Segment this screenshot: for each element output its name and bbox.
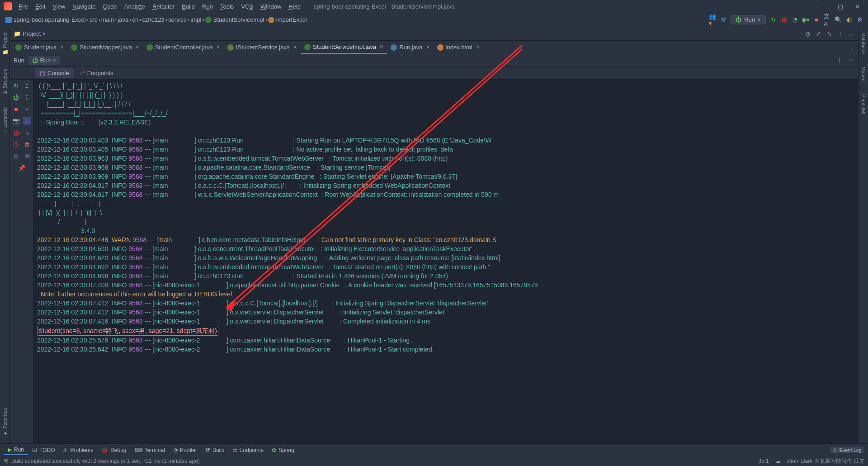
bottom-tab-todo[interactable]: ☑TODO [28, 445, 59, 455]
profile-icon[interactable]: ◉▾ [802, 16, 809, 24]
bottom-tab-endpoints[interactable]: ⇄Endpoints [229, 445, 268, 455]
down-icon[interactable]: ↧ [23, 93, 31, 101]
breadcrumb-item[interactable]: impl [190, 16, 203, 23]
close-tab-icon[interactable]: ✕ [379, 44, 383, 50]
bottom-tab-build[interactable]: ⚒Build [201, 445, 229, 455]
tab-endpoints[interactable]: ⇄Endpoints [75, 68, 118, 78]
print-icon[interactable]: 🖨 [23, 128, 31, 137]
menu-build[interactable]: Build [179, 2, 198, 11]
bottom-tab-terminal[interactable]: ⌨Terminal [131, 445, 169, 455]
menu-edit[interactable]: Edit [32, 2, 48, 11]
left-tab-project[interactable]: 📁Project [1, 30, 9, 58]
status-encoding[interactable]: Atom Dark 火龙果智能写作 瓜皮 [787, 457, 864, 465]
translate-icon[interactable]: 文A [824, 16, 831, 24]
menu-vcs[interactable]: VCS [238, 2, 256, 11]
menu-window[interactable]: Window [257, 2, 284, 11]
close-tab-icon[interactable]: ✕ [426, 44, 430, 50]
expand-all-icon[interactable]: ⤢ [815, 30, 822, 38]
menu-refactor[interactable]: Refactor [149, 2, 178, 11]
pin-icon[interactable]: 📌 [18, 164, 26, 172]
up-icon[interactable]: ↥ [23, 81, 31, 90]
bottom-tab-spring[interactable]: ✿Spring [268, 445, 298, 455]
minimize-icon[interactable]: — [820, 3, 826, 10]
camera-icon[interactable]: 📷 [12, 117, 20, 125]
menu-run[interactable]: Run [199, 2, 216, 11]
bottom-tab-debug[interactable]: 🐞Debug [97, 445, 130, 455]
coverage-icon[interactable]: ◔ [791, 16, 798, 24]
close-tab-icon[interactable]: ✕ [293, 44, 297, 50]
menu-code[interactable]: Code [100, 2, 120, 11]
breadcrumb-item[interactable]: src [89, 16, 98, 23]
editor-tab[interactable]: Run.java✕ [387, 41, 433, 54]
run-button-icon[interactable]: ↻ [769, 16, 777, 24]
wrap-icon[interactable]: ⤶ [23, 105, 31, 113]
assist-icon[interactable]: ◐ [845, 16, 853, 24]
breadcrumb-item[interactable]: spring-boot-operating-Excel [5, 16, 87, 23]
close-tab-icon[interactable]: ✕ [135, 44, 139, 50]
menu-view[interactable]: View [49, 2, 68, 11]
search-everywhere-icon[interactable]: 🔍 [835, 16, 842, 24]
attach-debug-icon[interactable]: 🐞 [12, 128, 20, 137]
close-tab-icon[interactable]: ✕ [60, 44, 64, 50]
right-tab-maven[interactable]: Maven [860, 64, 867, 84]
menu-navigate[interactable]: Navigate [69, 2, 99, 11]
run-more-icon[interactable]: ⋮ [835, 57, 843, 64]
cloud-icon[interactable]: ☁ [775, 458, 781, 464]
bottom-tab-profiler[interactable]: ◔Profiler [169, 445, 201, 455]
breadcrumb-item[interactable]: czh0123 [142, 16, 165, 23]
project-settings-icon[interactable]: ⋮ [836, 30, 844, 38]
locate-icon[interactable]: ◎ [804, 30, 811, 38]
menu-analyze[interactable]: Analyze [121, 2, 148, 11]
breadcrumb-item[interactable]: java [117, 16, 129, 23]
editor-tab[interactable]: StudentController.java✕ [143, 41, 224, 54]
bottom-tab-problems[interactable]: ⚠Problems [59, 445, 97, 455]
left-tab-leetcode[interactable]: ⟐Leetcode [1, 105, 9, 135]
git-users-icon[interactable]: 👥▾ [709, 16, 716, 24]
menu-file[interactable]: File [15, 2, 31, 11]
breadcrumb-item[interactable]: importExcel [267, 16, 308, 23]
project-view-selector[interactable]: 📁 Project ▾ [14, 30, 46, 37]
close-tab-icon[interactable]: ✕ [216, 44, 220, 50]
run-hide-icon[interactable]: — [847, 57, 854, 64]
debug-button-icon[interactable]: 🐞 [780, 16, 788, 24]
event-log-button[interactable]: ⚠Event Log [830, 447, 864, 453]
hide-panel-icon[interactable]: — [847, 30, 854, 38]
breadcrumb-item[interactable]: cn [131, 16, 139, 23]
editor-tab[interactable]: IStudentService.java✕ [224, 41, 301, 54]
trash-icon[interactable]: 🗑 [23, 140, 31, 148]
rerun-icon[interactable]: ↻ [12, 81, 20, 90]
filter-icon[interactable]: ▤ [23, 152, 31, 160]
left-tab-structure[interactable]: ⊞Structure [1, 66, 9, 97]
editor-tab[interactable]: StudentServiceImpl.java✕ [301, 41, 387, 54]
breadcrumb-item[interactable]: main [100, 16, 115, 23]
editor-tab[interactable]: StudentMapper.java✕ [67, 41, 143, 54]
menu-tools[interactable]: Tools [217, 2, 237, 11]
tabs-dropdown-icon[interactable]: ↓ [846, 44, 859, 51]
menu-help[interactable]: Help [285, 2, 304, 11]
scroll-end-icon[interactable]: ⤓ [23, 117, 31, 125]
bottom-tab-run[interactable]: ▶Run [4, 445, 28, 455]
settings-icon[interactable]: ⚙ [856, 16, 863, 24]
stop-button-icon[interactable]: ■ [813, 16, 820, 24]
close-tab-icon[interactable]: ✕ [476, 44, 480, 50]
breadcrumb-item[interactable]: service [167, 16, 188, 23]
maximize-icon[interactable]: ▢ [838, 3, 843, 10]
run-config-selector[interactable]: ⏻Run▾ [731, 15, 766, 24]
breadcrumb-item[interactable]: StudentServiceImpl [204, 16, 265, 23]
right-tab-plantuml[interactable]: PlantUML [860, 91, 867, 119]
launch-icon[interactable]: ⏻ [12, 93, 20, 101]
run-tab[interactable]: ⏻ Run ✕ [28, 56, 60, 65]
left-tab-favorites[interactable]: ★Favorites [1, 405, 9, 439]
layout-icon[interactable]: ⊞ [12, 152, 20, 160]
build-hammer-icon[interactable]: ⚒ [720, 16, 727, 24]
close-icon[interactable]: ✕ [855, 3, 860, 10]
console-output[interactable]: ( ( )\___ | '_ | '_| | '_ \/ _` | \ \ \ … [33, 80, 858, 443]
editor-tab[interactable]: index.html✕ [434, 41, 483, 54]
editor-tab[interactable]: Student.java✕ [12, 41, 67, 54]
collapse-all-icon[interactable]: ⤡ [826, 30, 833, 38]
stop-icon[interactable]: ■ [12, 105, 20, 113]
exit-icon[interactable]: ⮾ [12, 140, 20, 148]
caret-position[interactable]: 35:1 [758, 458, 769, 464]
tab-console[interactable]: ▤Console [35, 68, 74, 78]
right-tab-database[interactable]: Database [860, 30, 867, 57]
